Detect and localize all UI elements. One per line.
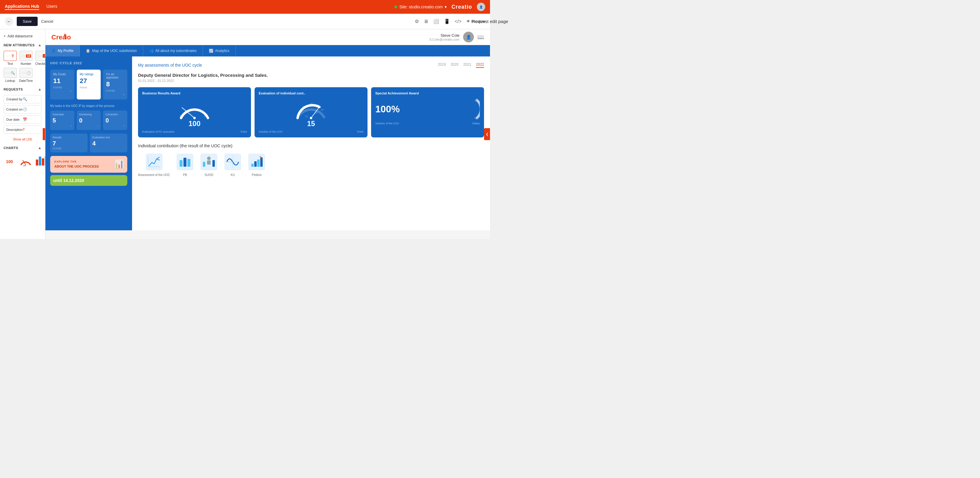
request-label-description: Description [6, 128, 23, 132]
assessments-header: My assessments of the UOC cycle 2019 202… [138, 62, 484, 68]
award-special-label2: Salary [472, 122, 480, 125]
add-datasource-button[interactable]: + Add datasource [3, 34, 41, 38]
creatio-logo: Crea io [51, 33, 78, 41]
speedometer-thumb[interactable]: 88 [19, 154, 32, 167]
contrib-suod-label: SUOD [205, 173, 213, 176]
svg-rect-32 [183, 158, 186, 167]
stat-ratings[interactable]: My ratings 27 Points [77, 70, 101, 100]
suod-icon [200, 153, 218, 171]
charts-items: 100 88 [3, 154, 41, 167]
year-2020[interactable]: 2020 [450, 62, 459, 68]
site-status-dot [395, 5, 398, 8]
site-dropdown-icon[interactable]: ▾ [445, 5, 447, 9]
award-business-title: Business Results Award [142, 91, 247, 95]
contrib-suod[interactable]: SUOD [200, 153, 218, 176]
map-tab-label: Map of the UOC subdivision [92, 49, 137, 53]
task-monitoring[interactable]: Monitoring 0 › [77, 111, 101, 130]
contrib-ku[interactable]: KU [224, 153, 242, 176]
award-special[interactable]: Special Achievement Award 100% 0 1 [371, 87, 484, 137]
ku-icon [224, 153, 242, 171]
contrib-petition[interactable]: Petition [248, 153, 266, 176]
pb-icon [176, 153, 194, 171]
request-item-created-on[interactable]: Created on 🕐 [3, 105, 41, 114]
year-2019[interactable]: 2019 [438, 62, 446, 68]
back-button[interactable]: ← [5, 17, 13, 26]
task-eval[interactable]: Evaluation incl. 4 [90, 133, 127, 152]
stat-goals[interactable]: My Goals 11 FOP/BI › [50, 70, 75, 100]
plus-icon: + [3, 34, 6, 38]
panel-collapse-button[interactable]: ❯ [43, 128, 45, 140]
user-avatar[interactable]: 👤 [463, 32, 474, 43]
app-hub-link[interactable]: Applications Hub [5, 4, 39, 10]
new-attributes-collapse[interactable]: ▲ [38, 43, 41, 47]
stat-appraiser-label: I'm an appraiser [106, 73, 124, 79]
requests-title: REQUESTS [3, 87, 23, 91]
charts-section: CHARTS ▲ 100 88 [3, 146, 41, 167]
users-link[interactable]: Users [46, 4, 57, 10]
role-dates: 01.01.2022 - 31.12.2022 [138, 79, 484, 83]
datetime-attribute[interactable]: —— 🕐 Date/Time [19, 68, 33, 83]
lookup-attribute[interactable]: —— 🔍 Lookup [3, 68, 17, 83]
svg-text:0: 0 [474, 116, 476, 119]
task-goal-plan[interactable]: Goal plan 5 › [50, 111, 75, 130]
header-right: Steve Cole S.Cole@creatio.com 👤 📖 [430, 32, 484, 43]
checkbox-attr-label: Checkbox [35, 62, 45, 65]
svg-text:100: 100 [6, 159, 13, 164]
bar-chart-thumb[interactable] [35, 154, 45, 167]
gauge-chart-thumb[interactable]: 100 [3, 154, 17, 167]
task-correction[interactable]: Correction 0 › [103, 111, 127, 130]
request-item-due-date[interactable]: Due date 📅 [3, 115, 41, 124]
cancel-button[interactable]: Cancel [41, 19, 53, 24]
svg-point-35 [207, 157, 211, 160]
svg-text:8: 8 [303, 105, 304, 108]
datetime-attr-box: —— 🕐 [19, 68, 33, 78]
year-2021[interactable]: 2021 [463, 62, 471, 68]
request-item-created-by[interactable]: Created by 🔍 [3, 95, 41, 103]
charts-collapse[interactable]: ▲ [38, 146, 41, 150]
attributes-grid: —— T Text —— 10 Number —— ✓ Checkbox [3, 51, 41, 83]
settings-icon[interactable]: ⚙ [415, 19, 419, 24]
book-icon[interactable]: 📖 [477, 34, 484, 40]
award-eval[interactable]: Evaluation of individual cont.. 0 4 [255, 87, 368, 137]
gauge-business: 35 75 0 100 100 [142, 98, 247, 128]
green-text: until 14.12.2020 [53, 178, 124, 183]
year-tabs: 2019 2020 2021 2022 [438, 62, 484, 68]
tab-subordinates[interactable]: 👥 All about my subordinates [143, 45, 203, 56]
task-results[interactable]: Results 7 FOP/BI [50, 133, 88, 152]
year-2022[interactable]: 2022 [476, 62, 484, 68]
tab-analytics[interactable]: 📈 Analytics [203, 45, 236, 56]
mobile-view-icon[interactable]: 📱 [444, 19, 450, 24]
number-attribute[interactable]: —— 10 Number [19, 51, 33, 65]
role-title: Deputy General Director for Logistics, P… [138, 73, 484, 78]
checkbox-attr-box: —— ✓ [35, 51, 45, 61]
user-avatar-top[interactable]: 👤 [477, 3, 485, 11]
right-expand-button[interactable]: ❮ [484, 128, 490, 140]
award-special-label1: Solution of the COV [375, 122, 399, 125]
number-attr-box: —— 10 [19, 51, 33, 61]
tablet-view-icon[interactable]: ⬜ [433, 19, 439, 24]
contrib-pb[interactable]: PB [176, 153, 194, 176]
desktop-view-icon[interactable]: 🖥 [424, 19, 428, 24]
clock-icon: 🕐 [23, 107, 39, 111]
checkbox-attribute[interactable]: —— ✓ Checkbox [35, 51, 45, 65]
assessments-title: My assessments of the UOC cycle [138, 63, 202, 68]
text-attribute[interactable]: —— T Text [3, 51, 17, 65]
user-email: S.Cole@creatio.com [430, 38, 460, 41]
stat-appraiser[interactable]: I'm an appraiser 8 FOP/BI › [103, 70, 127, 100]
promo-card[interactable]: EXPLORE THE ABOUT THE UOC PROCESS 📊 [50, 156, 127, 173]
tab-my-profile[interactable]: 👤 My Profile [45, 45, 80, 56]
contrib-pb-label: PB [183, 173, 187, 176]
requests-collapse[interactable]: ▲ [38, 87, 41, 91]
svg-text:12: 12 [310, 102, 312, 105]
svg-text:20: 20 [321, 108, 324, 111]
request-item-description[interactable]: Description T [3, 125, 41, 134]
tab-map[interactable]: 📋 Map of the UOC subdivision [80, 45, 143, 56]
contrib-assessment[interactable]: Assessment of the UOC [138, 153, 170, 176]
task-goal-plan-value: 5 [52, 117, 72, 124]
show-all-button[interactable]: Show all (18) [3, 137, 41, 141]
save-button[interactable]: Save [17, 17, 38, 26]
award-business[interactable]: Business Results Award [138, 87, 251, 137]
code-view-icon[interactable]: </> [455, 19, 461, 24]
text-attr-label: Text [8, 62, 13, 65]
svg-rect-4 [39, 157, 41, 165]
